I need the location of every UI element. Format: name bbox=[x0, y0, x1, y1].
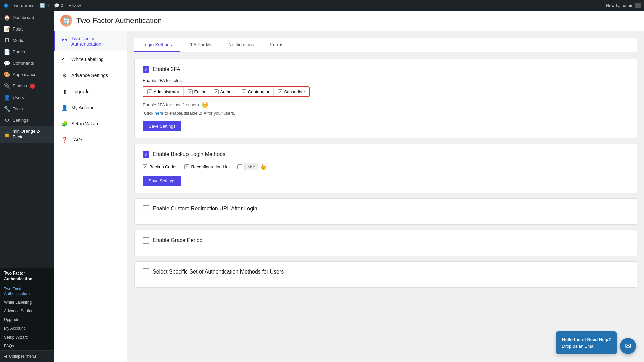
comments-icon: 💬 bbox=[4, 60, 10, 66]
method-reconfig-link[interactable]: Reconfiguration Link bbox=[184, 164, 231, 169]
collapse-menu-button[interactable]: ◀ Collapse menu bbox=[0, 350, 54, 362]
site-name[interactable]: wordpress bbox=[14, 3, 34, 8]
enable-2fa-title: Enable 2FA bbox=[153, 66, 180, 72]
plugin-logo: 🔄 bbox=[60, 15, 72, 27]
plugin-layout: 🛡 Two Factor Authentication 🏷 White Labe… bbox=[54, 31, 644, 362]
help-widget: Hello there! Need Help? Drop us an Email bbox=[556, 331, 617, 354]
reconfig-link-checkbox[interactable] bbox=[184, 164, 189, 169]
backup-login-checkbox[interactable] bbox=[143, 151, 149, 158]
sidebar-item-users[interactable]: 👤 Users bbox=[0, 92, 54, 103]
enable-2fa-card: Enable 2FA Enable 2FA for roles Administ… bbox=[134, 59, 637, 138]
backup-methods-row: Backup Codes Reconfiguration Link KBA 👑 bbox=[143, 163, 629, 170]
settings-icon: ⚙ bbox=[4, 117, 10, 123]
grace-period-card: Enable Grace Period bbox=[134, 230, 637, 256]
grace-period-header: Enable Grace Period bbox=[143, 237, 629, 244]
submenu-section: Two Factor Authentication Two Factor Aut… bbox=[0, 268, 54, 350]
plugin-content: Login Settings 2FA For Me Notifications … bbox=[127, 31, 644, 362]
plugins-icon: 🔌 bbox=[4, 83, 10, 89]
account-icon: 👤 bbox=[61, 104, 68, 111]
specific-users-label: Enable 2FA for specific users bbox=[143, 102, 199, 107]
method-backup-codes[interactable]: Backup Codes bbox=[143, 164, 178, 169]
specific-auth-header: Select Specific Set of Authentication Me… bbox=[143, 268, 629, 275]
dashboard-icon: 🏠 bbox=[4, 15, 10, 21]
sidebar-item-appearance[interactable]: 🎨 Appearance bbox=[0, 69, 54, 80]
enable-2fa-checkbox[interactable] bbox=[143, 66, 149, 73]
role-contributor-checkbox[interactable] bbox=[241, 89, 246, 94]
chat-button[interactable]: ✉ bbox=[620, 338, 636, 354]
admin-avatar bbox=[635, 3, 641, 8]
crown-icon-specific: 👑 bbox=[202, 102, 208, 108]
sidebar-item-tools[interactable]: 🔧 Tools bbox=[0, 103, 54, 115]
method-kba: KBA 👑 bbox=[237, 163, 267, 170]
here-link[interactable]: here bbox=[155, 111, 163, 116]
crown-icon-kba: 👑 bbox=[260, 164, 267, 170]
plugin-nav-setup-wizard[interactable]: 🧩 Setup Wizard bbox=[54, 116, 127, 132]
sidebar-item-settings[interactable]: ⚙ Settings bbox=[0, 115, 54, 126]
shield-icon: 🛡 bbox=[61, 38, 68, 45]
tab-2fa-for-me[interactable]: 2FA For Me bbox=[180, 38, 220, 52]
submenu-item-my-account[interactable]: My Account bbox=[0, 324, 54, 333]
gear-icon: ⚙ bbox=[61, 72, 68, 79]
role-contributor[interactable]: Contributor bbox=[237, 87, 274, 96]
sidebar-item-plugins[interactable]: 🔌 Plugins 3 bbox=[0, 80, 54, 92]
tab-login-settings[interactable]: Login Settings bbox=[134, 38, 180, 52]
role-editor-checkbox[interactable] bbox=[188, 89, 193, 94]
redirection-checkbox[interactable] bbox=[143, 205, 149, 212]
specific-auth-checkbox[interactable] bbox=[143, 268, 149, 275]
updates[interactable]: 🔄 6 bbox=[40, 3, 49, 8]
media-icon: 🖼 bbox=[4, 38, 10, 44]
sidebar-item-dashboard[interactable]: 🏠 Dashboard bbox=[0, 12, 54, 23]
grace-period-checkbox[interactable] bbox=[143, 237, 149, 244]
role-author-checkbox[interactable] bbox=[214, 89, 219, 94]
page-title: Two-Factor Authentication bbox=[76, 16, 162, 25]
pages-icon: 📄 bbox=[4, 49, 10, 55]
plugin-nav-advance-settings[interactable]: ⚙ Advance Settings bbox=[54, 67, 127, 83]
submenu-item-setup-wizard[interactable]: Setup Wizard bbox=[0, 333, 54, 342]
save-settings-button-2[interactable]: Save Settings bbox=[143, 176, 181, 186]
redirection-title: Enable Custom Redirection URL After Logi… bbox=[153, 206, 257, 212]
submenu-item-advance-settings[interactable]: Advance Settings bbox=[0, 307, 54, 315]
sidebar-item-media[interactable]: 🖼 Media bbox=[0, 35, 54, 46]
posts-icon: 📝 bbox=[4, 26, 10, 32]
save-settings-button-1[interactable]: Save Settings bbox=[143, 121, 181, 131]
miniorange-icon: 🔒 bbox=[4, 131, 10, 137]
wp-sidebar: 🏠 Dashboard 📝 Posts 🖼 Media 📄 Pages 💬 Co… bbox=[0, 11, 54, 362]
collapse-icon: ◀ bbox=[4, 354, 7, 359]
plugin-nav-my-account[interactable]: 👤 My Account bbox=[54, 100, 127, 116]
appearance-icon: 🎨 bbox=[4, 72, 10, 78]
sidebar-item-posts[interactable]: 📝 Posts bbox=[0, 23, 54, 35]
plugin-nav-two-factor[interactable]: 🛡 Two Factor Authentication bbox=[54, 31, 127, 51]
sidebar-item-miniorange[interactable]: 🔒 miniOrange 2-Factor bbox=[0, 126, 54, 143]
submenu-item-two-factor[interactable]: Two Factor Authentication bbox=[0, 285, 54, 298]
sidebar-item-comments[interactable]: 💬 Comments bbox=[0, 58, 54, 69]
upgrade-icon: ⬆ bbox=[61, 88, 68, 95]
roles-box: Administrator Editor Author Contrib bbox=[143, 86, 310, 97]
tab-forms[interactable]: Forms bbox=[262, 38, 291, 52]
plugin-nav-faqs[interactable]: ❓ FAQs bbox=[54, 132, 127, 148]
role-editor[interactable]: Editor bbox=[184, 87, 210, 96]
submenu-item-faqs[interactable]: FAQs bbox=[0, 342, 54, 350]
sidebar-item-pages[interactable]: 📄 Pages bbox=[0, 46, 54, 58]
new-button[interactable]: + New bbox=[68, 3, 81, 8]
submenu-item-upgrade[interactable]: Upgrade bbox=[0, 315, 54, 324]
enable-2fa-header: Enable 2FA bbox=[143, 66, 629, 73]
submenu-item-white-labelling[interactable]: White Labelling bbox=[0, 298, 54, 307]
comments-count[interactable]: 💬 0 bbox=[54, 3, 63, 8]
plugin-nav-white-labelling[interactable]: 🏷 White Labelling bbox=[54, 51, 127, 67]
wp-logo[interactable]: 🔷 bbox=[3, 3, 9, 8]
backup-codes-checkbox[interactable] bbox=[143, 164, 147, 169]
tab-notifications[interactable]: Notifications bbox=[220, 38, 262, 52]
role-subscriber-checkbox[interactable] bbox=[278, 89, 282, 94]
faq-icon: ❓ bbox=[61, 136, 68, 143]
role-subscriber[interactable]: Subscriber bbox=[274, 87, 309, 96]
role-administrator-checkbox[interactable] bbox=[147, 89, 152, 94]
plugin-nav-upgrade[interactable]: ⬆ Upgrade bbox=[54, 83, 127, 100]
redirection-header: Enable Custom Redirection URL After Logi… bbox=[143, 205, 629, 212]
kba-badge: KBA bbox=[244, 163, 258, 170]
roles-label: Enable 2FA for roles bbox=[143, 78, 629, 83]
redirection-card: Enable Custom Redirection URL After Logi… bbox=[134, 198, 637, 225]
role-author[interactable]: Author bbox=[210, 87, 237, 96]
plugin-sidebar: 🛡 Two Factor Authentication 🏷 White Labe… bbox=[54, 31, 127, 362]
role-administrator[interactable]: Administrator bbox=[143, 87, 184, 96]
kba-checkbox[interactable] bbox=[237, 164, 242, 169]
